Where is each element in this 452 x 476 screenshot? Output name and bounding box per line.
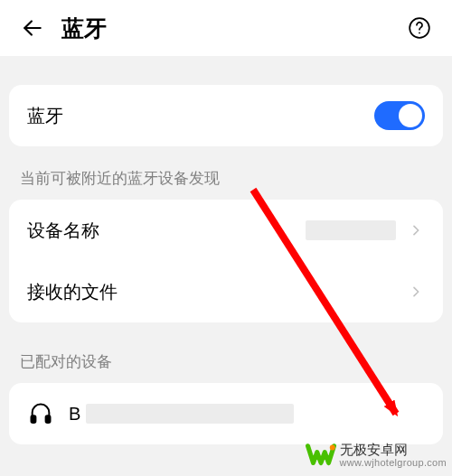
help-button[interactable] <box>403 12 436 44</box>
device-name-row[interactable]: 设备名称 <box>9 200 443 261</box>
back-button[interactable] <box>16 12 49 44</box>
bluetooth-switch[interactable] <box>374 101 425 130</box>
arrow-left-icon <box>21 16 44 40</box>
received-files-row[interactable]: 接收的文件 <box>9 261 443 322</box>
watermark-logo-icon <box>306 440 336 471</box>
bluetooth-toggle-card: 蓝牙 <box>9 85 443 146</box>
paired-devices-section-label: 已配对的设备 <box>20 351 432 372</box>
watermark-url: www.wjhotelgroup.com <box>340 457 447 468</box>
received-files-label: 接收的文件 <box>27 280 118 304</box>
device-info-card: 设备名称 接收的文件 <box>9 200 443 322</box>
svg-point-2 <box>419 33 420 34</box>
paired-device-name-redacted <box>86 404 294 424</box>
svg-rect-3 <box>32 415 36 423</box>
watermark-brand: 无极安卓网 <box>340 443 447 458</box>
page-title: 蓝牙 <box>61 14 107 43</box>
headphones-icon <box>27 400 54 427</box>
watermark: 无极安卓网 www.wjhotelgroup.com <box>306 440 447 471</box>
bluetooth-label: 蓝牙 <box>27 104 63 128</box>
chevron-right-icon <box>407 221 425 239</box>
paired-device-row[interactable]: B <box>9 383 443 444</box>
bluetooth-toggle-row[interactable]: 蓝牙 <box>9 85 443 146</box>
chevron-right-icon <box>407 283 425 301</box>
help-circle-icon <box>408 16 431 40</box>
svg-point-7 <box>329 445 334 451</box>
device-name-value-redacted <box>306 220 396 240</box>
visibility-note: 当前可被附近的蓝牙设备发现 <box>20 168 432 189</box>
device-name-label: 设备名称 <box>27 219 99 243</box>
paired-devices-card: B <box>9 383 443 444</box>
svg-rect-4 <box>46 415 51 423</box>
paired-device-leading-letter: B <box>69 404 80 425</box>
header-bar: 蓝牙 <box>0 0 452 56</box>
